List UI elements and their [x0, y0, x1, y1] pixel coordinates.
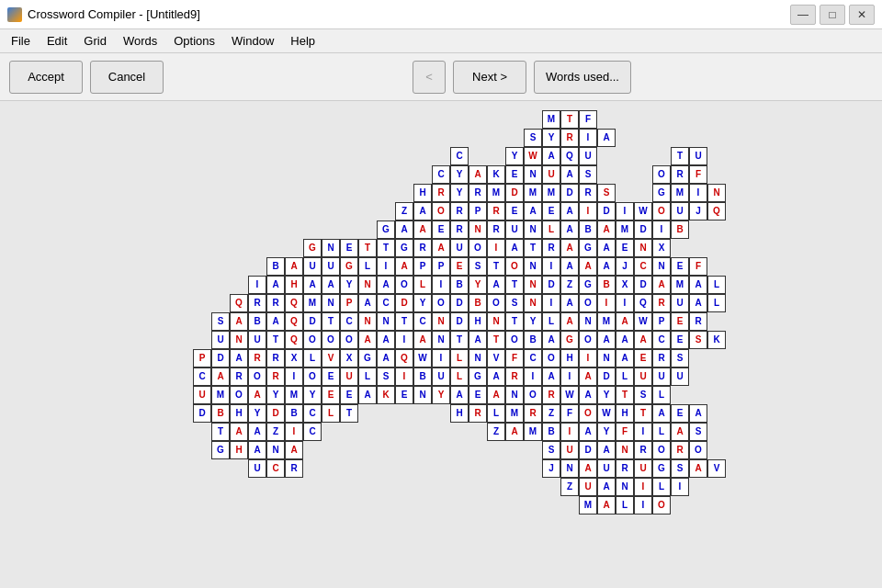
grid-cell: R — [230, 368, 248, 386]
grid-cell: A — [487, 276, 505, 294]
grid-cell: C — [652, 331, 671, 349]
grid-cell: Y — [469, 276, 487, 294]
grid-cell: S — [597, 184, 616, 202]
words-used-button[interactable]: Words used... — [534, 61, 631, 94]
grid-cell: M — [524, 184, 542, 202]
grid-cell: U — [689, 147, 707, 165]
grid-cell: A — [542, 147, 560, 165]
grid-cell: L — [322, 404, 340, 423]
next-button[interactable]: Next > — [453, 61, 526, 94]
grid-cell: A — [597, 239, 616, 257]
menu-help[interactable]: Help — [283, 32, 322, 50]
grid-cell: F — [560, 404, 579, 423]
grid-cell: U — [652, 368, 671, 386]
menu-options[interactable]: Options — [166, 32, 222, 50]
grid-cell: U — [322, 257, 340, 276]
grid-cell: A — [285, 257, 303, 276]
grid-cell: L — [303, 349, 322, 368]
cancel-button[interactable]: Cancel — [90, 61, 164, 94]
grid-cell: D — [505, 184, 524, 202]
grid-cell: N — [505, 386, 524, 404]
grid-cell: L — [450, 368, 469, 386]
grid-cell: R — [248, 294, 266, 312]
grid-cell: N — [322, 294, 340, 312]
grid-cell: O — [303, 368, 322, 386]
grid-cell: O — [579, 294, 597, 312]
menu-file[interactable]: File — [4, 32, 38, 50]
grid-cell: B — [469, 294, 487, 312]
grid-cell: N — [524, 220, 542, 239]
grid-cell: F — [689, 165, 707, 184]
grid-cell: A — [266, 276, 285, 294]
grid-cell: A — [616, 331, 634, 349]
grid-cell: R — [634, 441, 652, 459]
grid-cell: X — [340, 349, 358, 368]
grid-cell: I — [597, 294, 616, 312]
grid-cell: Y — [597, 423, 616, 441]
grid-cell: R — [266, 368, 285, 386]
grid-cell: A — [597, 496, 616, 514]
grid-cell: N — [616, 441, 634, 459]
grid-cell: A — [322, 276, 340, 294]
menu-edit[interactable]: Edit — [40, 32, 74, 50]
grid-cell: I — [634, 496, 652, 514]
grid-cell: E — [469, 386, 487, 404]
grid-cell: K — [707, 331, 726, 349]
grid-cell: A — [671, 423, 689, 441]
grid-cell: U — [579, 147, 597, 165]
grid-cell: G — [358, 349, 377, 368]
grid-cell: E — [671, 257, 689, 276]
grid-cell: I — [579, 202, 597, 220]
grid-cell: A — [689, 404, 707, 423]
grid-cell: A — [652, 276, 671, 294]
grid-cell: R — [266, 294, 285, 312]
grid-cell: T — [340, 404, 358, 423]
grid-cell: N — [230, 331, 248, 349]
grid-cell: I — [634, 478, 652, 496]
grid-cell: F — [505, 349, 524, 368]
grid-cell: I — [285, 368, 303, 386]
grid-cell: I — [432, 349, 450, 368]
grid-cell: U — [450, 239, 469, 257]
menu-words[interactable]: Words — [116, 32, 164, 50]
maximize-button[interactable]: □ — [820, 5, 845, 25]
grid-cell: P — [193, 349, 211, 368]
menu-window[interactable]: Window — [224, 32, 281, 50]
title-bar: Crossword Compiler - [Untitled9] — □ ✕ — [0, 0, 882, 29]
grid-cell: A — [450, 386, 469, 404]
grid-cell: E — [671, 312, 689, 331]
grid-cell: U — [340, 368, 358, 386]
grid-cell: A — [395, 257, 413, 276]
prev-button[interactable]: < — [413, 61, 446, 94]
grid-cell: I — [395, 368, 413, 386]
minimize-button[interactable]: — — [790, 5, 816, 25]
grid-cell: O — [395, 276, 413, 294]
grid-cell: A — [377, 331, 395, 349]
grid-cell: S — [671, 349, 689, 368]
grid-cell: I — [377, 257, 395, 276]
title-bar-controls: — □ ✕ — [790, 5, 875, 25]
grid-cell: Y — [597, 386, 616, 404]
accept-button[interactable]: Accept — [9, 61, 83, 94]
menu-grid[interactable]: Grid — [76, 32, 114, 50]
grid-cell: S — [524, 129, 542, 147]
grid-cell: R — [469, 404, 487, 423]
grid-cell: I — [671, 478, 689, 496]
grid-cell: L — [450, 349, 469, 368]
close-button[interactable]: ✕ — [849, 5, 875, 25]
grid-cell: A — [505, 423, 524, 441]
grid-cell: I — [248, 276, 266, 294]
grid-cell: I — [579, 129, 597, 147]
grid-cell: Q — [560, 147, 579, 165]
grid-cell: J — [689, 202, 707, 220]
grid-cell: D — [634, 220, 652, 239]
grid-cell: T — [671, 147, 689, 165]
grid-cell: U — [634, 368, 652, 386]
grid-cell: O — [579, 404, 597, 423]
grid-cell: I — [560, 368, 579, 386]
grid-cell: I — [432, 276, 450, 294]
grid-cell: P — [652, 312, 671, 331]
grid-cell: A — [358, 386, 377, 404]
grid-cell: X — [285, 349, 303, 368]
grid-cell: I — [634, 423, 652, 441]
